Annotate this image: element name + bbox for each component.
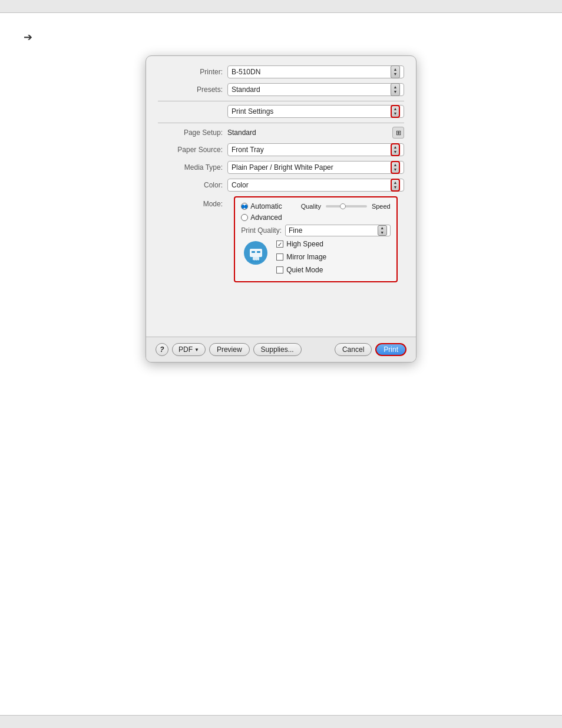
quality-speed-slider[interactable] <box>326 205 367 207</box>
mode-radio-group: Automatic Quality Speed <box>241 202 390 210</box>
settings-row: Print Settings ▲ ▼ <box>158 105 404 118</box>
high-speed-row: High Speed <box>276 240 326 248</box>
checkboxes-area: High Speed Mirror Image Quiet Mode <box>276 240 326 276</box>
page-setup-row: Page Setup: Standard ⊞ <box>158 127 404 139</box>
advanced-label: Advanced <box>250 213 282 222</box>
printer-stepper[interactable]: ▲ ▼ <box>391 65 400 78</box>
quality-speed-row: Quality Speed <box>301 203 391 210</box>
automatic-radio[interactable] <box>241 203 248 210</box>
color-row: Color: Color ▲ ▼ <box>158 179 404 192</box>
media-type-row: Media Type: Plain Paper / Bright White P… <box>158 161 404 174</box>
svg-rect-1 <box>250 249 262 257</box>
paper-source-control: Front Tray ▲ ▼ <box>227 143 404 156</box>
advanced-radio[interactable] <box>241 214 248 221</box>
automatic-radio-dot <box>242 205 244 209</box>
settings-value: Print Settings <box>232 107 273 116</box>
media-type-value: Plain Paper / Bright White Paper <box>232 163 333 172</box>
preview-label: Preview <box>217 345 242 354</box>
printer-control: B-510DN ▲ ▼ <box>227 65 404 78</box>
mirror-image-row: Mirror Image <box>276 253 326 261</box>
pdf-label: PDF <box>178 345 193 354</box>
epson-icon-svg: EPSON <box>243 240 269 266</box>
mirror-image-label: Mirror Image <box>286 253 326 261</box>
automatic-radio-item[interactable]: Automatic <box>241 202 282 210</box>
media-type-control: Plain Paper / Bright White Paper ▲ ▼ <box>227 161 404 174</box>
print-button[interactable]: Print <box>375 343 406 356</box>
separator-1 <box>158 101 404 101</box>
mode-label: Mode: <box>158 196 223 208</box>
paper-source-label: Paper Source: <box>158 146 223 154</box>
printer-value: B-510DN <box>232 68 260 76</box>
preview-button[interactable]: Preview <box>209 343 250 356</box>
quiet-mode-label: Quiet Mode <box>286 266 323 274</box>
print-quality-label: Print Quality: <box>241 226 282 235</box>
color-label: Color: <box>158 181 223 189</box>
printer-label: Printer: <box>158 68 223 76</box>
quiet-mode-checkbox[interactable] <box>276 266 283 274</box>
media-type-label: Media Type: <box>158 163 223 172</box>
mode-section: Automatic Quality Speed <box>234 196 397 282</box>
mirror-image-checkbox[interactable] <box>276 253 283 261</box>
bottom-bar <box>0 715 562 728</box>
color-stepper[interactable]: ▲ ▼ <box>391 179 400 192</box>
color-select[interactable]: Color ▲ ▼ <box>227 179 404 192</box>
advanced-radio-row: Advanced <box>241 213 390 222</box>
page-setup-icon-symbol: ⊞ <box>396 129 401 137</box>
page-wrapper: ➔ Printer: B-510DN ▲ ▼ <box>0 0 562 728</box>
page-setup-icon[interactable]: ⊞ <box>392 127 404 139</box>
settings-select[interactable]: Print Settings ▲ ▼ <box>227 105 404 118</box>
high-speed-checkbox[interactable] <box>276 241 283 248</box>
supplies-button[interactable]: Supplies... <box>253 343 302 356</box>
presets-stepper[interactable]: ▲ ▼ <box>391 83 400 96</box>
top-bar <box>0 0 562 13</box>
print-label: Print <box>384 345 398 354</box>
print-quality-stepper[interactable]: ▲ ▼ <box>378 225 387 236</box>
presets-row: Presets: Standard ▲ ▼ <box>158 83 404 96</box>
settings-stepper[interactable]: ▲ ▼ <box>391 105 400 118</box>
paper-source-stepper[interactable]: ▲ ▼ <box>391 143 400 156</box>
paper-source-row: Paper Source: Front Tray ▲ ▼ <box>158 143 404 156</box>
print-quality-row: Print Quality: Fine ▲ ▼ <box>241 225 390 236</box>
mode-control: Automatic Quality Speed <box>227 196 404 287</box>
mode-main-row: EPSON High Speed <box>241 240 390 276</box>
print-quality-value: Fine <box>289 226 302 235</box>
speed-label: Speed <box>372 203 391 210</box>
page-setup-text: Standard <box>227 129 256 137</box>
mode-radio-row: Automatic Quality Speed <box>241 202 390 210</box>
printer-select[interactable]: B-510DN ▲ ▼ <box>227 65 404 78</box>
media-type-select[interactable]: Plain Paper / Bright White Paper ▲ ▼ <box>227 161 404 174</box>
presets-label: Presets: <box>158 85 223 94</box>
arrow-indicator: ➔ <box>24 31 538 44</box>
presets-value: Standard <box>232 85 260 94</box>
pdf-button[interactable]: PDF ▼ <box>172 343 206 356</box>
page-setup-label: Page Setup: <box>158 129 223 137</box>
cancel-button[interactable]: Cancel <box>335 343 372 356</box>
svg-rect-3 <box>257 251 260 253</box>
cancel-label: Cancel <box>342 345 364 354</box>
media-type-stepper[interactable]: ▲ ▼ <box>391 161 400 174</box>
pdf-dropdown-arrow: ▼ <box>194 347 199 353</box>
automatic-label: Automatic <box>250 202 282 210</box>
print-quality-select[interactable]: Fine ▲ ▼ <box>285 225 391 236</box>
quality-label: Quality <box>301 203 321 210</box>
help-label: ? <box>160 345 164 354</box>
svg-text:EPSON: EPSON <box>250 259 261 263</box>
dialog-footer: ? PDF ▼ Preview Supplies... <box>146 337 416 362</box>
settings-control: Print Settings ▲ ▼ <box>227 105 404 118</box>
page-setup-value: Standard ⊞ <box>227 127 404 139</box>
separator-2 <box>158 123 404 123</box>
advanced-radio-item[interactable]: Advanced <box>241 213 282 222</box>
paper-source-select[interactable]: Front Tray ▲ ▼ <box>227 143 404 156</box>
dialog-body: Printer: B-510DN ▲ ▼ <box>146 56 416 337</box>
content-area: ➔ Printer: B-510DN ▲ ▼ <box>0 13 562 715</box>
presets-control: Standard ▲ ▼ <box>227 83 404 96</box>
print-dialog: Printer: B-510DN ▲ ▼ <box>146 55 416 363</box>
supplies-label: Supplies... <box>261 345 294 354</box>
svg-rect-2 <box>252 251 255 253</box>
high-speed-label: High Speed <box>286 240 323 248</box>
presets-select[interactable]: Standard ▲ ▼ <box>227 83 404 96</box>
help-button[interactable]: ? <box>156 343 168 356</box>
empty-spacer <box>158 292 404 327</box>
color-value: Color <box>232 181 249 189</box>
color-control: Color ▲ ▼ <box>227 179 404 192</box>
